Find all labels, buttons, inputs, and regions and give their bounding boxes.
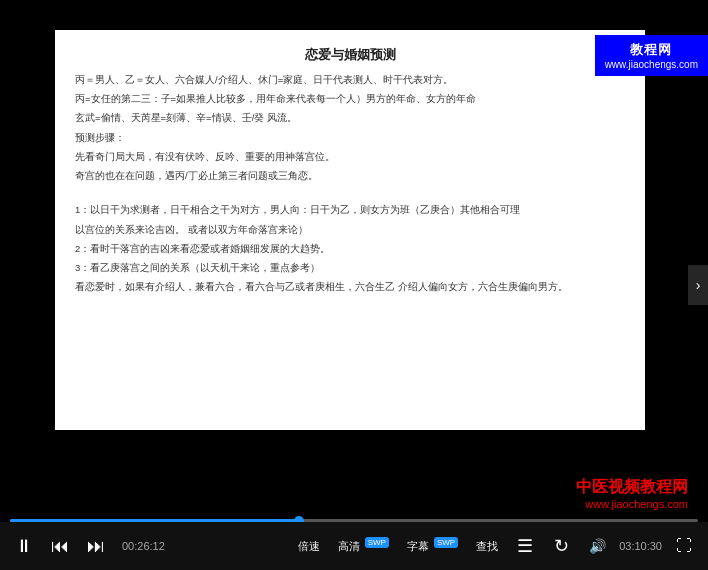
loop-button[interactable]: ↻ — [547, 535, 575, 557]
volume-icon: 🔊 — [589, 538, 606, 554]
content-line-7: 1：以日干为求测者，日干相合之干为对方，男人向：日干为乙，则女方为班（乙庚合）其… — [75, 202, 625, 217]
content-line-5: 先看奇门局大局，有没有伏吟、反吟、重要的用神落宫位。 — [75, 149, 625, 164]
fullscreen-button[interactable]: ⛶ — [670, 537, 698, 555]
watermark-bottom-line2: www.jiaochengs.com — [576, 498, 688, 510]
video-player: 恋爱与婚姻预测 丙＝男人、乙＝女人、六合媒人/介绍人、休门=家庭、日干代表测人、… — [0, 0, 708, 570]
loop-icon: ↻ — [554, 535, 569, 557]
next-button[interactable]: ⏭ — [82, 536, 110, 557]
document-title: 恋爱与婚姻预测 — [75, 46, 625, 64]
prev-button[interactable]: ⏮ — [46, 536, 74, 557]
prev-icon: ⏮ — [51, 536, 69, 557]
watermark-top-line2: www.jiaochengs.com — [605, 59, 698, 70]
watermark-top-line1: 教程网 — [605, 41, 698, 59]
right-arrow-button[interactable]: › — [688, 265, 708, 305]
speed-button[interactable]: 倍速 — [293, 537, 325, 556]
quality-swp-badge: SWP — [365, 537, 389, 548]
content-line-9: 2：看时干落宫的吉凶来看恋爱或者婚姻细发展的大趋势。 — [75, 241, 625, 256]
quality-label: 高清 — [338, 540, 360, 552]
content-line-8: 以宫位的关系来论吉凶。 或者以双方年命落宫来论） — [75, 222, 625, 237]
pause-button[interactable]: ⏸ — [10, 536, 38, 557]
subtitle-button[interactable]: 字幕 SWP — [402, 536, 463, 556]
quality-button[interactable]: 高清 SWP — [333, 536, 394, 556]
content-line-10: 3：看乙庚落宫之间的关系（以天机干来论，重点参考） — [75, 260, 625, 275]
content-line-3: 玄武=偷情、天芮星=刻薄、辛=情误、壬/癸 风流。 — [75, 110, 625, 125]
content-line-4: 预测步骤： — [75, 130, 625, 145]
search-button[interactable]: 查找 — [471, 537, 503, 556]
watermark-bottom: 中医视频教程网 www.jiaochengs.com — [576, 477, 688, 510]
content-line-6: 奇宫的也在在问题，遇丙/丁必止第三者问题或三角恋。 — [75, 168, 625, 183]
current-time: 00:26:12 — [122, 540, 165, 552]
content-line-2: 丙=女任的第二三：子=如果推人比较多，用年命来代表每一个人）男方的年命、女方的年… — [75, 91, 625, 106]
next-icon: ⏭ — [87, 536, 105, 557]
document-content: 丙＝男人、乙＝女人、六合媒人/介绍人、休门=家庭、日干代表测人、时干代表对方。 … — [75, 72, 625, 294]
total-time: 03:10:30 — [619, 540, 662, 552]
fullscreen-icon: ⛶ — [676, 537, 692, 555]
watermark-top: 教程网 www.jiaochengs.com — [595, 35, 708, 76]
list-icon: ☰ — [517, 535, 533, 557]
content-line-11: 看恋爱时，如果有介绍人，兼看六合，看六合与乙或者庚相生，六合生乙 介绍人偏向女方… — [75, 279, 625, 294]
controls-bar: ⏸ ⏮ ⏭ 00:26:12 倍速 高清 SWP 字幕 SWP 查找 ☰ — [0, 522, 708, 570]
subtitle-label: 字幕 — [407, 540, 429, 552]
playlist-button[interactable]: ☰ — [511, 535, 539, 557]
pause-icon: ⏸ — [15, 536, 33, 557]
volume-button[interactable]: 🔊 — [583, 538, 611, 554]
watermark-bottom-line1: 中医视频教程网 — [576, 477, 688, 498]
content-line-1: 丙＝男人、乙＝女人、六合媒人/介绍人、休门=家庭、日干代表测人、时干代表对方。 — [75, 72, 625, 87]
subtitle-swp-badge: SWP — [434, 537, 458, 548]
video-frame: 恋爱与婚姻预测 丙＝男人、乙＝女人、六合媒人/介绍人、休门=家庭、日干代表测人、… — [55, 30, 645, 430]
